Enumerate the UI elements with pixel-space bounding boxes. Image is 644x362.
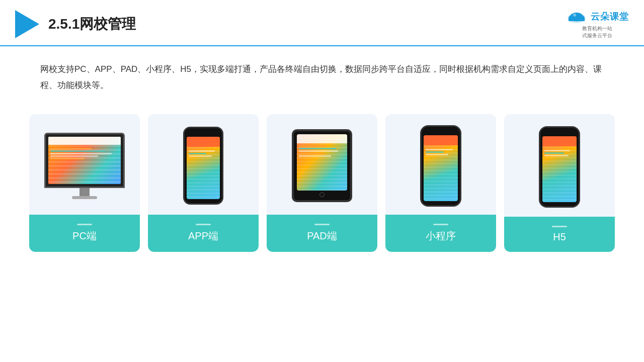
- card-pad-label: PAD端: [267, 215, 377, 252]
- phone-h5-icon: [539, 126, 580, 208]
- cards-container: PC端 APP端: [0, 99, 644, 252]
- page-title: 2.5.1网校管理: [48, 15, 136, 34]
- card-app: APP端: [148, 114, 259, 252]
- card-pc-image: [29, 114, 140, 215]
- header-left: 2.5.1网校管理: [15, 10, 136, 38]
- card-h5-label: H5: [504, 217, 615, 252]
- card-app-image: [148, 114, 259, 215]
- header: 2.5.1网校管理 云朵课堂 教育机构一站 式服务云平台: [0, 0, 644, 46]
- phone-mockup-icon: [183, 127, 223, 205]
- card-pad-image: [267, 114, 377, 215]
- brand-logo: 云朵课堂: [566, 9, 629, 24]
- brand-slogan: 教育机构一站 式服务云平台: [582, 25, 612, 39]
- description-text: 网校支持PC、APP、PAD、小程序、H5，实现多端打通，产品各终端自由切换，数…: [0, 46, 644, 99]
- logo-triangle-icon: [15, 10, 39, 38]
- card-pc-label: PC端: [29, 215, 140, 252]
- card-app-label: APP端: [148, 215, 259, 252]
- phone-miniprogram-icon: [420, 125, 461, 207]
- svg-point-6: [573, 14, 576, 17]
- brand-name: 云朵课堂: [591, 11, 629, 23]
- card-h5: H5: [504, 114, 615, 252]
- card-miniprogram-label: 小程序: [385, 215, 496, 252]
- header-right: 云朵课堂 教育机构一站 式服务云平台: [566, 9, 629, 39]
- card-pad: PAD端: [267, 114, 377, 252]
- pc-monitor-icon: [44, 133, 125, 199]
- card-miniprogram: 小程序: [385, 114, 496, 252]
- card-pc: PC端: [29, 114, 140, 252]
- cloud-icon: [566, 9, 588, 24]
- card-h5-image: [504, 114, 615, 217]
- tablet-mockup-icon: [292, 129, 352, 202]
- card-miniprogram-image: [385, 114, 496, 215]
- svg-rect-5: [569, 18, 585, 21]
